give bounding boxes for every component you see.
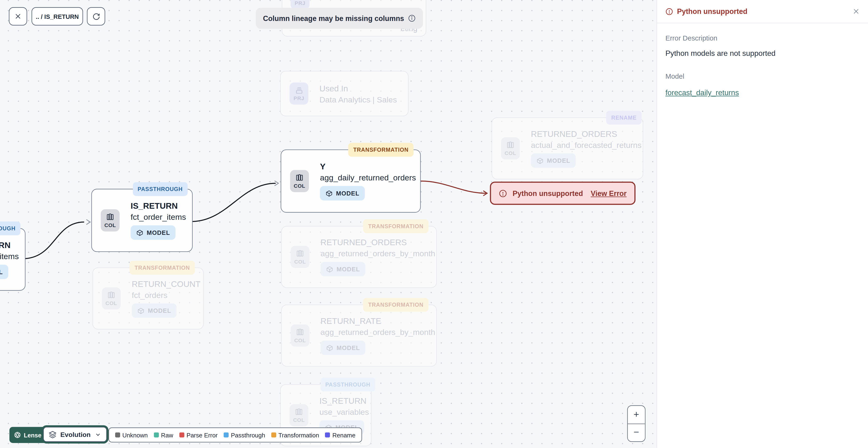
- node-subtitle: agg_returned_orders_by_month: [320, 249, 427, 258]
- close-icon: [14, 13, 22, 20]
- edge-type-badge: TRANSFORMATION: [129, 261, 195, 275]
- lineage-warning-tooltip: Column lineage may be missing columns: [256, 8, 423, 29]
- cube-icon: [137, 307, 145, 315]
- node-subtitle: agg_returned_orders_by_month: [320, 328, 427, 337]
- layers-icon: [49, 430, 57, 438]
- edge-type-badge: RENAME: [607, 111, 642, 125]
- node-title: RETURNED_ORDERS: [531, 129, 634, 139]
- columns-icon: [106, 213, 115, 222]
- edge-type-badge: TRANSFORMATION: [348, 143, 413, 157]
- error-description-label: Error Description: [665, 34, 860, 42]
- panel-body: Error Description Python models are not …: [657, 23, 868, 109]
- model-badge: MODEL: [320, 262, 366, 276]
- node-title: Y: [320, 161, 411, 171]
- edge-error-chip[interactable]: Python unsupported View Error: [490, 182, 636, 205]
- chip-label: COL: [505, 150, 516, 156]
- model-badge: MODEL: [320, 340, 366, 355]
- model-label: Model: [665, 72, 860, 80]
- close-icon: [852, 8, 860, 15]
- model-badge: MODEL: [0, 265, 8, 279]
- cube-icon: [326, 344, 334, 352]
- edge-type-badge: TRANSFORMATION: [363, 298, 428, 312]
- node-title: RETURNED_ORDERS: [320, 237, 427, 247]
- columns-icon: [107, 291, 116, 300]
- legend-item-raw: Raw: [154, 431, 173, 438]
- lineage-node-agg-returned-orders-by-month[interactable]: TRANSFORMATION COL RETURNED_ORDERS agg_r…: [281, 226, 437, 288]
- legend-swatch: [224, 432, 229, 438]
- column-chip: COL: [501, 137, 520, 159]
- column-chip: COL: [290, 325, 309, 347]
- model-link[interactable]: forecast_daily_returns: [665, 89, 739, 97]
- column-chip: COL: [289, 404, 308, 426]
- close-lineage-button[interactable]: [9, 7, 27, 26]
- columns-icon: [294, 408, 304, 416]
- model-badge: MODEL: [320, 186, 365, 201]
- breadcrumb[interactable]: .. / IS_RETURN: [32, 7, 83, 26]
- node-subtitle: use_variables: [319, 408, 362, 416]
- lineage-node-return-rate[interactable]: TRANSFORMATION COL RETURN_RATE agg_retur…: [281, 304, 437, 366]
- lineage-node-return-count[interactable]: TRANSFORMATION COL RETURN_COUNT fct_orde…: [93, 267, 204, 329]
- node-title: IS_RETURN: [319, 396, 362, 406]
- aperture-icon: [14, 431, 21, 439]
- lineage-node-agg-daily-returned-orders[interactable]: TRANSFORMATION COL Y agg_daily_returned_…: [281, 150, 421, 213]
- model-badge: MODEL: [131, 226, 176, 240]
- legend-item-rename: Rename: [325, 431, 355, 438]
- alert-circle-icon: [665, 7, 673, 15]
- project-chip: PRJ: [289, 83, 308, 104]
- lineage-node-used-in-sales[interactable]: PRJ Used In Data Analytics | Sales: [280, 71, 409, 116]
- selected-lens-label: Evolution: [60, 430, 91, 438]
- node-subtitle: fct_order_items: [0, 251, 16, 261]
- error-chip-label: Python unsupported: [513, 189, 583, 198]
- lineage-node-actual-and-forecasted-returns[interactable]: RENAME COL RETURNED_ORDERS actual_and_fo…: [492, 117, 643, 179]
- tooltip-text: Column lineage may be missing columns: [263, 14, 404, 22]
- chip-label: COL: [294, 259, 306, 265]
- panel-close-button[interactable]: [852, 8, 860, 15]
- refresh-button[interactable]: [87, 7, 105, 26]
- panel-header: Python unsupported: [657, 0, 868, 23]
- app-window: PRJ eting PRJ Used In Data Analytics | S…: [0, 0, 868, 448]
- project-icon: [295, 86, 303, 94]
- node-subtitle: agg_daily_returned_orders: [320, 173, 411, 182]
- node-title: RETURN_COUNT: [132, 279, 194, 289]
- legend-swatch: [179, 432, 184, 438]
- cube-icon: [136, 229, 144, 236]
- chip-label: PRJ: [293, 95, 305, 101]
- legend-swatch: [271, 432, 276, 438]
- lens-selector-dropdown[interactable]: Evolution: [43, 427, 107, 442]
- legend-swatch: [115, 432, 120, 438]
- lineage-node-fct-order-items-upstream[interactable]: PASSTHROUGH COL IS_RETURN fct_order_item…: [0, 228, 25, 291]
- chip-label: PRJ: [294, 0, 305, 6]
- zoom-controls: + −: [627, 406, 646, 442]
- model-badge: MODEL: [531, 153, 576, 168]
- column-chip: COL: [101, 209, 120, 232]
- chevron-down-icon: [94, 431, 101, 438]
- node-subtitle: Data Analytics | Sales: [319, 95, 397, 104]
- error-detail-panel: Python unsupported Error Description Pyt…: [656, 0, 868, 448]
- columns-icon: [506, 141, 515, 150]
- view-error-link[interactable]: View Error: [591, 189, 627, 198]
- node-subtitle: fct_orders: [132, 291, 194, 300]
- zoom-out-button[interactable]: −: [628, 424, 645, 441]
- edge-type-badge: PASSTHROUGH: [0, 221, 21, 235]
- columns-icon: [295, 173, 304, 182]
- breadcrumb-label: .. / IS_RETURN: [36, 13, 79, 20]
- column-chip: COL: [290, 246, 309, 268]
- column-chip: COL: [102, 287, 121, 309]
- node-title: RETURN_RATE: [320, 316, 427, 326]
- column-chip: COL: [290, 170, 309, 192]
- cube-icon: [536, 157, 544, 164]
- info-icon: [408, 14, 416, 22]
- legend-swatch: [154, 432, 159, 438]
- chip-label: COL: [105, 300, 117, 306]
- edge-type-badge: PASSTHROUGH: [320, 378, 375, 391]
- model-badge: MODEL: [132, 303, 177, 318]
- node-title: IS_RETURN: [0, 240, 16, 249]
- chip-label: COL: [293, 183, 305, 189]
- legend-item-parse-error: Parse Error: [179, 431, 218, 438]
- lineage-node-fct-order-items[interactable]: PASSTHROUGH COL IS_RETURN fct_order_item…: [91, 189, 193, 252]
- lineage-canvas[interactable]: PRJ eting PRJ Used In Data Analytics | S…: [0, 0, 656, 448]
- edge-type-badge: TRANSFORMATION: [363, 219, 428, 233]
- legend-swatch: [325, 432, 330, 438]
- zoom-in-button[interactable]: +: [628, 406, 645, 424]
- alert-circle-icon: [499, 189, 507, 198]
